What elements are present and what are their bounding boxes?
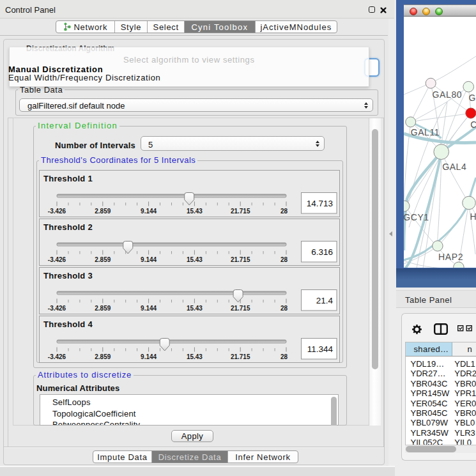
svg-text:Threshold 3: Threshold 3 (43, 271, 93, 280)
svg-text:2.859: 2.859 (95, 256, 111, 263)
svg-text:21.715: 21.715 (231, 208, 250, 215)
svg-text:GCY1: GCY1 (404, 212, 429, 222)
svg-text:-3.426: -3.426 (48, 353, 66, 360)
svg-text:9.144: 9.144 (141, 353, 157, 360)
svg-text:9.144: 9.144 (141, 305, 157, 312)
svg-text:2.859: 2.859 (95, 353, 111, 360)
svg-text:15.43: 15.43 (187, 208, 203, 215)
svg-text:21.715: 21.715 (231, 305, 250, 312)
svg-text:2.859: 2.859 (95, 305, 111, 312)
svg-text:GAL80: GAL80 (433, 89, 463, 100)
svg-text:15.43: 15.43 (187, 353, 203, 360)
svg-text:21.4: 21.4 (316, 296, 334, 305)
svg-text:28: 28 (280, 256, 288, 263)
svg-text:28: 28 (280, 353, 288, 360)
svg-text:28: 28 (280, 208, 288, 215)
svg-text:C: C (470, 119, 476, 130)
svg-text:14.713: 14.713 (307, 199, 333, 208)
svg-text:G.: G. (469, 93, 476, 103)
svg-text:GAL11: GAL11 (411, 127, 440, 137)
svg-text:9.144: 9.144 (141, 208, 157, 215)
svg-text:15.43: 15.43 (187, 305, 203, 312)
svg-text:28: 28 (280, 305, 288, 312)
svg-text:-3.426: -3.426 (48, 256, 66, 263)
svg-text:21.715: 21.715 (231, 353, 250, 360)
svg-text:9.144: 9.144 (141, 256, 157, 263)
svg-text:Threshold 2: Threshold 2 (43, 222, 93, 232)
svg-text:Threshold 4: Threshold 4 (43, 319, 93, 329)
svg-text:-3.426: -3.426 (48, 305, 66, 312)
svg-text:21.715: 21.715 (231, 256, 250, 263)
svg-text:Threshold 1: Threshold 1 (43, 174, 93, 183)
svg-text:6.316: 6.316 (311, 247, 333, 257)
svg-text:-3.426: -3.426 (48, 208, 66, 215)
svg-text:GAL4: GAL4 (442, 162, 466, 172)
svg-text:2.859: 2.859 (95, 208, 111, 215)
svg-text:15.43: 15.43 (187, 256, 203, 263)
svg-text:11.344: 11.344 (307, 344, 334, 354)
svg-text:HAP2: HAP2 (438, 252, 463, 262)
svg-text:H: H (470, 211, 476, 222)
